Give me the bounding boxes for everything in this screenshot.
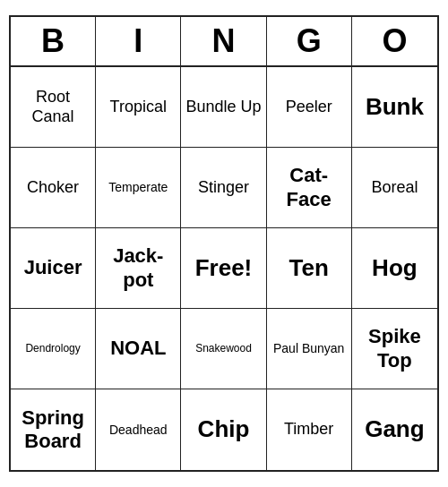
cell-text: Peeler: [286, 98, 332, 117]
bingo-cell: Juicer: [11, 228, 96, 309]
cell-text: Bunk: [366, 93, 424, 121]
cell-text: NOAL: [110, 337, 166, 360]
bingo-cell: Deadhead: [96, 389, 181, 470]
bingo-cell: Jack-pot: [96, 228, 181, 309]
cell-text: Free!: [195, 254, 253, 282]
bingo-cell: Timber: [267, 389, 352, 470]
bingo-cell: Spring Board: [11, 389, 96, 470]
cell-text: Hog: [372, 254, 418, 282]
bingo-cell: Bundle Up: [181, 67, 266, 148]
cell-text: Stinger: [198, 178, 249, 198]
header-letter: N: [181, 17, 266, 65]
bingo-header: BINGO: [11, 17, 437, 67]
cell-text: Choker: [27, 178, 79, 198]
bingo-grid: Root CanalTropicalBundle UpPeelerBunkCho…: [11, 67, 437, 470]
cell-text: Chip: [198, 415, 250, 443]
bingo-cell: Spike Top: [352, 309, 437, 389]
cell-text: Spring Board: [14, 406, 91, 454]
cell-text: Bundle Up: [185, 98, 261, 117]
cell-text: Boreal: [371, 178, 418, 198]
bingo-cell: Dendrology: [11, 309, 96, 389]
bingo-cell: Ten: [267, 228, 352, 309]
header-letter: G: [267, 17, 352, 65]
bingo-cell: NOAL: [96, 309, 181, 389]
cell-text: Timber: [284, 420, 333, 440]
cell-text: Juicer: [24, 256, 82, 279]
header-letter: O: [352, 17, 437, 65]
cell-text: Dendrology: [25, 342, 80, 355]
bingo-cell: Snakewood: [181, 309, 266, 389]
cell-text: Deadhead: [109, 423, 168, 438]
cell-text: Tropical: [110, 98, 167, 117]
bingo-cell: Cat-Face: [267, 148, 352, 228]
bingo-cell: Stinger: [181, 148, 266, 228]
cell-text: Gang: [365, 415, 424, 443]
bingo-cell: Boreal: [352, 148, 437, 228]
bingo-cell: Root Canal: [11, 67, 96, 148]
header-letter: I: [96, 17, 181, 65]
bingo-cell: Bunk: [352, 67, 437, 148]
bingo-cell: Hog: [352, 228, 437, 309]
cell-text: Root Canal: [14, 88, 91, 126]
cell-text: Cat-Face: [271, 164, 348, 211]
bingo-cell: Choker: [11, 148, 96, 228]
cell-text: Snakewood: [195, 342, 252, 355]
cell-text: Paul Bunyan: [273, 341, 344, 356]
cell-text: Spike Top: [356, 325, 434, 372]
bingo-cell: Gang: [352, 389, 437, 470]
bingo-cell: Peeler: [267, 67, 352, 148]
bingo-card: BINGO Root CanalTropicalBundle UpPeelerB…: [9, 15, 439, 472]
cell-text: Ten: [289, 254, 329, 282]
header-letter: B: [11, 17, 96, 65]
bingo-cell: Temperate: [96, 148, 181, 228]
bingo-cell: Tropical: [96, 67, 181, 148]
cell-text: Temperate: [108, 180, 168, 195]
bingo-cell: Chip: [181, 389, 266, 470]
bingo-cell: Paul Bunyan: [267, 309, 352, 389]
bingo-cell: Free!: [181, 228, 266, 309]
cell-text: Jack-pot: [99, 244, 177, 292]
